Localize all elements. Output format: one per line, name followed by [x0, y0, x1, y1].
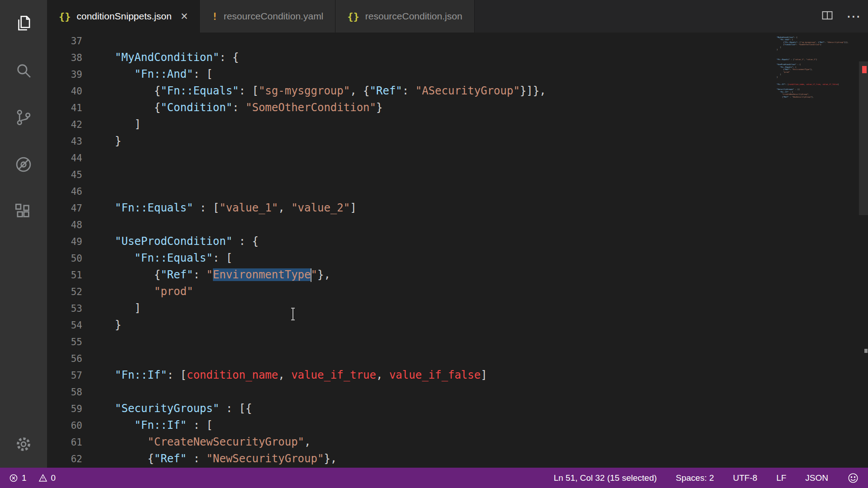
code-text: {"Condition": "SomeOtherCondition"} [115, 101, 382, 114]
editor-group: {} conditionSnippets.json × ! resourceCo… [47, 0, 868, 468]
code-line[interactable]: 41 {"Condition": "SomeOtherCondition"} [47, 99, 868, 116]
json-file-icon: {} [59, 11, 71, 22]
code-line[interactable]: 37 [47, 33, 868, 49]
minimap-token: } [820, 43, 821, 46]
settings-gear-icon[interactable] [0, 421, 47, 468]
code-text: "Fn::Equals": [ [115, 252, 232, 264]
line-number[interactable]: 47 [47, 200, 82, 217]
line-number[interactable]: 39 [47, 66, 82, 83]
code-line[interactable]: 58 [47, 384, 868, 400]
line-number[interactable]: 37 [47, 33, 82, 50]
line-number[interactable]: 48 [47, 217, 82, 234]
search-icon[interactable] [0, 47, 47, 94]
code-line[interactable]: 62 {"Ref" : "NewSecurityGroup"}, [47, 450, 868, 467]
code-line[interactable]: 47"Fn::Equals" : ["value_1", "value_2"] [47, 200, 868, 216]
code-line[interactable]: 45 [47, 166, 868, 183]
more-actions-icon[interactable]: ⋯ [846, 8, 862, 25]
line-number[interactable]: 54 [47, 317, 82, 334]
extensions-icon[interactable] [0, 188, 47, 235]
minimap-token: }, [811, 68, 813, 70]
code-token: , [278, 202, 291, 214]
code-editor[interactable]: 3738"MyAndCondition": {39 "Fn::And": [40… [47, 33, 868, 468]
code-line[interactable]: 54} [47, 317, 868, 333]
minimap-token: { [777, 96, 783, 98]
code-line[interactable]: 46 [47, 183, 868, 200]
tab-conditionsnippets-json[interactable]: {} conditionSnippets.json × [47, 0, 200, 33]
minimap-token: "Condition" [784, 43, 797, 46]
scrollbar-thumb[interactable] [859, 61, 868, 215]
code-token [115, 252, 134, 264]
minimap[interactable]: "MyAndCondition": { "Fn::And": [ {"Fn::E… [777, 33, 858, 98]
line-number[interactable]: 60 [47, 418, 82, 434]
code-line[interactable]: 44 [47, 150, 868, 166]
line-number[interactable]: 42 [47, 117, 82, 133]
debug-icon[interactable] [0, 141, 47, 188]
indentation-setting[interactable]: Spaces: 2 [676, 473, 714, 483]
code-line[interactable]: 38"MyAndCondition": { [47, 49, 868, 66]
code-token: { [115, 268, 160, 281]
code-line[interactable]: 55 [47, 333, 868, 350]
code-line[interactable]: 40 {"Fn::Equals": ["sg-mysggroup", {"Ref… [47, 83, 868, 99]
code-line[interactable]: 39 "Fn::And": [ [47, 66, 868, 83]
feedback-smiley-icon[interactable] [847, 472, 859, 484]
line-number[interactable]: 43 [47, 133, 82, 150]
code-line[interactable]: 60 "Fn::If" : [ [47, 417, 868, 434]
source-control-icon[interactable] [0, 94, 47, 141]
line-number[interactable]: 46 [47, 183, 82, 200]
line-number[interactable]: 45 [47, 167, 82, 183]
code-line[interactable]: 52 "prod" [47, 283, 868, 300]
code-line[interactable]: 43} [47, 133, 868, 150]
line-number[interactable]: 49 [47, 234, 82, 250]
line-number[interactable]: 62 [47, 451, 82, 468]
line-number[interactable]: 50 [47, 250, 82, 267]
line-number[interactable]: 55 [47, 334, 82, 351]
code-line[interactable]: 51 {"Ref": "EnvironmentType"}, [47, 267, 868, 283]
line-number[interactable]: 58 [47, 384, 82, 401]
code-token: "SomeOtherCondition" [245, 101, 376, 114]
line-number[interactable]: 61 [47, 434, 82, 451]
line-number[interactable]: 44 [47, 150, 82, 167]
code-line[interactable]: 50 "Fn::Equals": [ [47, 250, 868, 267]
code-text: "CreateNewSecurityGroup", [115, 436, 311, 448]
problems-indicator[interactable]: 1 0 [9, 473, 56, 483]
minimap-token: EnvironmentType [793, 68, 809, 70]
code-line[interactable]: 59"SecurityGroups" : [{ [47, 400, 868, 417]
tab-resourcecondition-yaml[interactable]: ! resourceCondition.yaml [200, 0, 335, 33]
line-number[interactable]: 41 [47, 100, 82, 117]
minimap-token: "Fn::If" [780, 91, 788, 93]
line-number[interactable]: 40 [47, 83, 82, 100]
code-token: } [115, 135, 121, 147]
code-line[interactable]: 57"Fn::If": [condition_name, value_if_tr… [47, 367, 868, 384]
explorer-icon[interactable] [0, 0, 47, 47]
split-editor-icon[interactable] [821, 9, 834, 23]
line-number[interactable]: 53 [47, 300, 82, 317]
line-number[interactable]: 38 [47, 50, 82, 66]
minimap-token: , [808, 93, 809, 95]
code-token: , { [350, 84, 369, 97]
code-line[interactable]: 56 [47, 350, 868, 367]
tab-resourcecondition-json[interactable]: {} resourceCondition.json [335, 0, 474, 33]
cursor-position[interactable]: Ln 51, Col 32 (15 selected) [554, 473, 657, 483]
line-number[interactable]: 56 [47, 351, 82, 367]
line-number[interactable]: 59 [47, 401, 82, 418]
encoding-setting[interactable]: UTF-8 [733, 473, 757, 483]
minimap-token: "value_2" [806, 58, 816, 61]
line-number[interactable]: 57 [47, 367, 82, 384]
vertical-scrollbar[interactable] [859, 33, 868, 468]
close-tab-icon[interactable]: × [181, 10, 188, 23]
code-line[interactable]: 49"UseProdCondition" : { [47, 233, 868, 250]
code-token: "NewSecurityGroup" [206, 452, 324, 465]
code-token [115, 419, 134, 432]
line-number[interactable]: 52 [47, 284, 82, 300]
code-line[interactable]: 53 ] [47, 300, 868, 317]
code-line[interactable]: 48 [47, 216, 868, 233]
code-line[interactable]: 61 "CreateNewSecurityGroup", [47, 434, 868, 450]
code-token: } [376, 101, 382, 114]
code-text: "SecurityGroups" : [{ [115, 402, 252, 415]
line-number[interactable]: 51 [47, 267, 82, 284]
minimap-token: "Ref" [783, 96, 788, 98]
language-mode[interactable]: JSON [805, 473, 828, 483]
minimap-token: "Fn::Equals" [780, 66, 793, 68]
eol-setting[interactable]: LF [776, 473, 786, 483]
code-line[interactable]: 42 ] [47, 116, 868, 133]
